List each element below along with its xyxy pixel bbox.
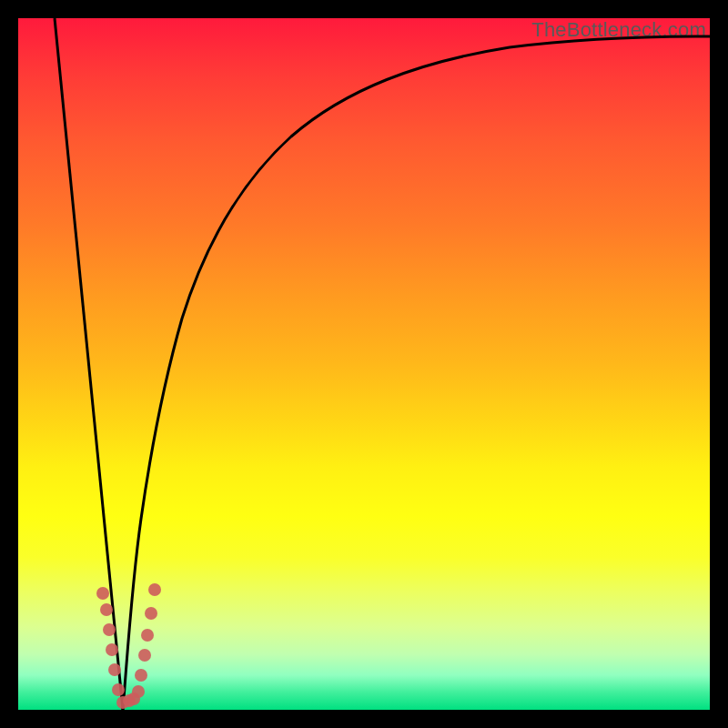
right-branch-curve	[123, 36, 710, 710]
data-point-dot	[145, 607, 157, 620]
data-point-dot	[112, 683, 125, 696]
data-point-dot	[148, 583, 161, 596]
data-point-dot	[103, 623, 116, 636]
left-branch-curve	[55, 18, 123, 710]
data-point-dot	[108, 663, 121, 676]
plot-area: TheBottleneck.com	[18, 18, 710, 710]
curve-layer	[18, 18, 710, 710]
data-point-dot	[138, 649, 151, 662]
data-point-dot	[135, 669, 147, 682]
data-point-dot	[100, 603, 113, 616]
data-point-dot	[96, 587, 109, 600]
chart-frame: TheBottleneck.com	[0, 0, 728, 728]
data-point-dot	[132, 685, 145, 698]
data-point-dot	[106, 643, 118, 656]
data-point-dot	[141, 629, 154, 642]
